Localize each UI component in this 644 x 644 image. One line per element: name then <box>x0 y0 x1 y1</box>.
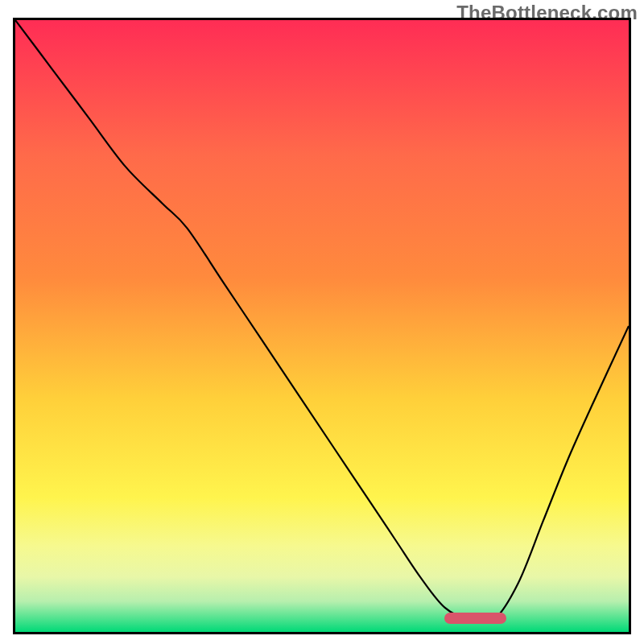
chart-svg <box>15 20 629 632</box>
stage: TheBottleneck.com <box>0 0 644 644</box>
chart-frame <box>13 18 631 634</box>
optimal-range-marker <box>444 613 506 624</box>
